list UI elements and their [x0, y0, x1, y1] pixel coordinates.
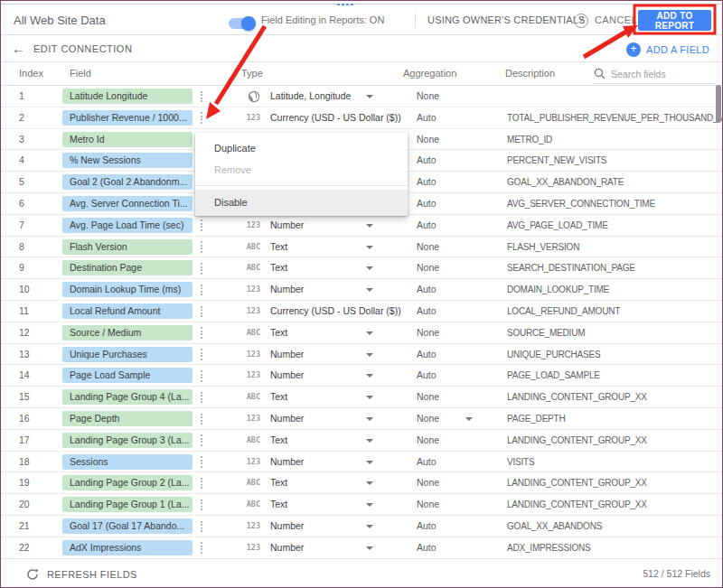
field-type-icon: 123 [229, 537, 260, 559]
row-overflow-menu-icon[interactable] [197, 86, 206, 107]
field-description: LANDING_CONTENT_GROUP_XX [507, 387, 647, 408]
table-row: 8Flash VersionABCTextNoneFLASH_VERSION [1, 237, 722, 258]
field-name-chip[interactable]: Flash Version [62, 239, 192, 255]
menu-item-duplicate[interactable]: Duplicate [195, 137, 408, 159]
field-name-chip[interactable]: Metro Id [62, 132, 192, 147]
type-dropdown-arrow-icon[interactable] [366, 266, 373, 270]
field-type-select[interactable]: Text [270, 257, 287, 279]
type-dropdown-arrow-icon[interactable] [366, 353, 373, 357]
refresh-fields-button[interactable]: REFRESH FIELDS [26, 559, 137, 588]
field-type-select[interactable]: Number [270, 279, 304, 301]
field-type-select[interactable]: Number [270, 452, 304, 473]
field-editing-toggle[interactable] [229, 18, 254, 29]
field-name-chip[interactable]: % New Sessions [62, 153, 192, 168]
row-overflow-menu-icon[interactable] [197, 430, 206, 452]
menu-item-disable[interactable]: Disable [195, 190, 408, 216]
row-overflow-menu-icon[interactable] [197, 279, 206, 301]
field-name-chip[interactable]: Landing Page Group 2 (La... [62, 475, 192, 490]
search-input[interactable] [611, 69, 701, 79]
field-name-chip[interactable]: Unique Purchases [62, 347, 192, 362]
row-overflow-menu-icon[interactable] [197, 257, 206, 279]
field-type-select[interactable]: Number [270, 215, 304, 237]
field-type-select[interactable]: Text [270, 237, 287, 258]
field-name-chip[interactable]: AdX Impressions [62, 540, 192, 555]
type-dropdown-arrow-icon[interactable] [366, 525, 373, 528]
field-name-chip[interactable]: Goal 17 (Goal 17 Abando... [62, 518, 192, 534]
table-header: Index Field Type Aggregation Description [1, 62, 722, 86]
row-index: 15 [19, 387, 30, 408]
cancel-button[interactable]: CANCEL [595, 5, 637, 35]
row-overflow-menu-icon[interactable] [197, 452, 206, 473]
type-dropdown-arrow-icon[interactable] [366, 288, 373, 292]
vertical-scrollbar-thumb[interactable] [716, 85, 721, 123]
field-type-select[interactable]: Latitude, Longitude [270, 86, 351, 107]
field-editing-toggle-label: Field Editing in Reports: ON [261, 5, 384, 35]
field-type-select[interactable]: Text [270, 472, 287, 494]
help-icon[interactable]: ? [574, 14, 588, 28]
back-arrow-icon[interactable]: ← [12, 36, 25, 61]
field-name-chip[interactable]: Avg. Page Load Time (sec) [62, 218, 192, 233]
row-overflow-menu-icon[interactable] [197, 537, 206, 559]
row-overflow-menu-icon[interactable] [197, 365, 206, 387]
row-overflow-menu-icon[interactable] [197, 322, 206, 344]
type-dropdown-arrow-icon[interactable] [366, 503, 373, 507]
edit-connection-label[interactable]: EDIT CONNECTION [33, 36, 132, 62]
type-dropdown-arrow-icon[interactable] [366, 417, 373, 421]
type-dropdown-arrow-icon[interactable] [366, 439, 373, 443]
field-name-chip[interactable]: Landing Page Group 1 (La... [62, 497, 192, 512]
row-index: 19 [19, 472, 30, 494]
table-row: 20Landing Page Group 1 (La...ABCTextNone… [1, 494, 722, 516]
field-name-chip[interactable]: Landing Page Group 4 (La... [62, 389, 192, 405]
field-name-chip[interactable]: Page Load Sample [62, 368, 192, 383]
field-type-select[interactable]: Text [270, 322, 287, 344]
field-name-chip[interactable]: Domain Lookup Time (ms) [62, 282, 192, 297]
row-overflow-menu-icon[interactable] [197, 472, 206, 494]
row-overflow-menu-icon[interactable] [197, 301, 206, 322]
aggregation-value[interactable]: None [417, 408, 439, 430]
type-dropdown-arrow-icon[interactable] [366, 331, 373, 335]
table-row: 18Sessions123NumberAutoVISITS [1, 452, 722, 473]
row-overflow-menu-icon[interactable] [197, 387, 206, 408]
type-dropdown-arrow-icon[interactable] [366, 95, 373, 98]
field-type-select[interactable]: Number [270, 365, 304, 387]
type-dropdown-arrow-icon[interactable] [366, 224, 373, 228]
field-name-chip[interactable]: Source / Medium [62, 325, 192, 341]
row-overflow-menu-icon[interactable] [197, 344, 206, 366]
field-description: METRO_ID [507, 129, 552, 151]
field-name-chip[interactable]: Publisher Revenue / 1000... [62, 110, 192, 126]
type-dropdown-arrow-icon[interactable] [366, 396, 373, 399]
field-name-chip[interactable]: Destination Page [62, 260, 192, 275]
field-type-select[interactable]: Currency (USD - US Dollar ($)) [270, 107, 401, 129]
field-type-select[interactable]: Text [270, 494, 287, 516]
field-name-chip[interactable]: Avg. Server Connection Ti... [62, 196, 192, 211]
field-name-chip[interactable]: Goal 2 (Goal 2 Abandonm... [62, 174, 192, 190]
row-overflow-menu-icon[interactable] [197, 107, 206, 129]
row-overflow-menu-icon[interactable] [197, 494, 206, 516]
search-fields-box[interactable] [594, 64, 713, 84]
field-type-select[interactable]: Number [270, 344, 304, 366]
field-type-select[interactable]: Currency (USD - US Dollar ($)) [270, 301, 401, 322]
field-name-chip[interactable]: Local Refund Amount [62, 303, 192, 319]
type-dropdown-arrow-icon[interactable] [366, 374, 373, 378]
row-overflow-menu-icon[interactable] [197, 516, 206, 537]
row-overflow-menu-icon[interactable] [197, 408, 206, 430]
aggregation-dropdown-arrow-icon[interactable] [465, 417, 473, 421]
type-dropdown-arrow-icon[interactable] [366, 546, 373, 550]
table-row: 12Source / MediumABCTextNoneSOURCE_MEDIU… [1, 322, 722, 344]
type-dropdown-arrow-icon[interactable] [366, 461, 373, 464]
field-type-select[interactable]: Number [270, 408, 304, 430]
field-type-select[interactable]: Number [270, 537, 304, 559]
type-dropdown-arrow-icon[interactable] [366, 246, 373, 249]
row-overflow-menu-icon[interactable] [197, 237, 206, 258]
type-dropdown-arrow-icon[interactable] [366, 481, 373, 485]
add-to-report-button[interactable]: ADD TO REPORT [638, 10, 711, 31]
field-name-chip[interactable]: Landing Page Group 3 (La... [62, 433, 192, 448]
field-name-chip[interactable]: Latitude Longitude [62, 89, 192, 104]
field-name-chip[interactable]: Sessions [62, 454, 192, 470]
add-a-field-button[interactable]: + ADD A FIELD [626, 36, 709, 62]
field-type-select[interactable]: Text [270, 430, 287, 452]
field-name-chip[interactable]: Page Depth [62, 411, 192, 426]
row-overflow-menu-icon[interactable] [197, 215, 206, 237]
field-type-select[interactable]: Number [270, 516, 304, 537]
field-type-select[interactable]: Text [270, 387, 287, 408]
